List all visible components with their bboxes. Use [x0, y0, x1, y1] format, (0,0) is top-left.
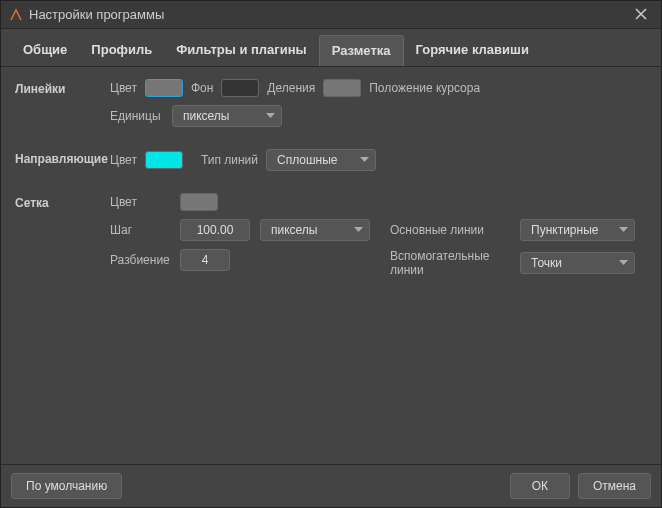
defaults-button[interactable]: По умолчанию — [11, 473, 122, 499]
grid-main-lines-dropdown[interactable]: Пунктирные — [520, 219, 635, 241]
section-rulers: Линейки Цвет Фон Деления Положение курсо… — [15, 79, 647, 135]
grid-subdiv-label: Разбиение — [110, 253, 170, 267]
tab-bar: Общие Профиль Фильтры и плагины Разметка… — [1, 29, 661, 67]
grid-step-units-value: пикселы — [271, 223, 318, 237]
settings-window: Настройки программы Общие Профиль Фильтр… — [0, 0, 662, 508]
section-grid-label: Сетка — [15, 193, 110, 210]
grid-color-label: Цвет — [110, 195, 170, 209]
cancel-button[interactable]: Отмена — [578, 473, 651, 499]
grid-main-lines-value: Пунктирные — [531, 223, 598, 237]
grid-color-swatch[interactable] — [180, 193, 218, 211]
ok-button[interactable]: ОК — [510, 473, 570, 499]
app-icon — [9, 8, 23, 22]
rulers-bg-swatch[interactable] — [221, 79, 259, 97]
rulers-color-swatch[interactable] — [145, 79, 183, 97]
chevron-down-icon — [354, 227, 363, 233]
grid-step-label: Шаг — [110, 223, 170, 237]
window-title: Настройки программы — [29, 7, 629, 22]
section-grid: Сетка Цвет Шаг 100.00 пикселы — [15, 193, 647, 277]
rulers-divisions-swatch[interactable] — [323, 79, 361, 97]
rulers-units-dropdown[interactable]: пикселы — [172, 105, 282, 127]
grid-step-field[interactable]: 100.00 — [180, 219, 250, 241]
tab-filters[interactable]: Фильтры и плагины — [164, 35, 319, 66]
chevron-down-icon — [619, 260, 628, 266]
footer: По умолчанию ОК Отмена — [1, 464, 661, 507]
rulers-units-value: пикселы — [183, 109, 230, 123]
grid-step-units-dropdown[interactable]: пикселы — [260, 219, 370, 241]
grid-aux-lines-dropdown[interactable]: Точки — [520, 252, 635, 274]
content-area: Линейки Цвет Фон Деления Положение курсо… — [1, 67, 661, 464]
rulers-bg-label: Фон — [191, 81, 213, 95]
rulers-divisions-label: Деления — [267, 81, 315, 95]
rulers-cursor-label: Положение курсора — [369, 81, 480, 95]
section-guides-label: Направляющие — [15, 149, 110, 166]
guides-linetype-value: Сплошные — [277, 153, 338, 167]
tab-general[interactable]: Общие — [11, 35, 79, 66]
tab-hotkeys[interactable]: Горячие клавиши — [404, 35, 541, 66]
grid-subdiv-field[interactable]: 4 — [180, 249, 230, 271]
guides-linetype-label: Тип линий — [201, 153, 258, 167]
section-guides: Направляющие Цвет Тип линий Сплошные — [15, 149, 647, 179]
rulers-color-label: Цвет — [110, 81, 137, 95]
titlebar: Настройки программы — [1, 1, 661, 29]
guides-color-swatch[interactable] — [145, 151, 183, 169]
tab-profile[interactable]: Профиль — [79, 35, 164, 66]
guides-color-label: Цвет — [110, 153, 137, 167]
close-button[interactable] — [629, 4, 653, 26]
grid-aux-lines-value: Точки — [531, 256, 562, 270]
chevron-down-icon — [266, 113, 275, 119]
guides-linetype-dropdown[interactable]: Сплошные — [266, 149, 376, 171]
section-rulers-label: Линейки — [15, 79, 110, 96]
chevron-down-icon — [619, 227, 628, 233]
rulers-units-label: Единицы — [110, 109, 164, 123]
grid-aux-lines-label: Вспомогательные линии — [390, 249, 510, 277]
grid-main-lines-label: Основные линии — [390, 223, 510, 237]
chevron-down-icon — [360, 157, 369, 163]
tab-markup[interactable]: Разметка — [319, 35, 404, 66]
